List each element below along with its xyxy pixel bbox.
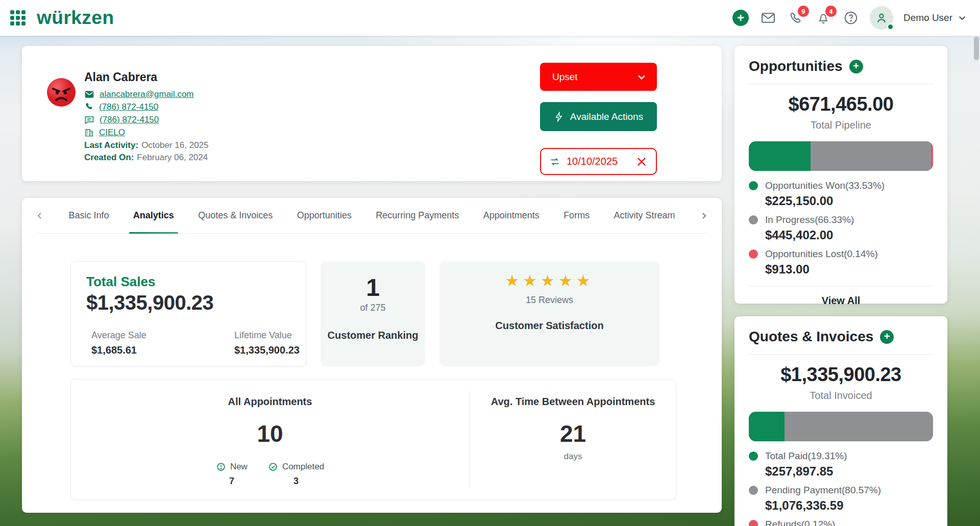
all-appointments-title: All Appointments xyxy=(71,396,469,408)
chevron-left-icon xyxy=(35,211,44,220)
available-actions-label: Available Actions xyxy=(570,111,643,122)
appointments-stats-card: All Appointments 10 New 7 Completed 3 xyxy=(70,379,676,500)
online-status-dot xyxy=(887,23,894,30)
sms-link[interactable]: (786) 872-4150 xyxy=(100,115,159,125)
legend-opportunities-lost: Opportunities Lost(0.14%) $913.00 xyxy=(749,248,933,277)
add-opportunity-button[interactable]: + xyxy=(849,60,863,73)
page-scrollbar-thumb[interactable] xyxy=(974,37,979,60)
user-name-label: Demo User xyxy=(903,12,952,23)
user-menu[interactable]: Demo User xyxy=(903,12,967,23)
status-dropdown-button[interactable]: Upset xyxy=(540,63,657,91)
lost-segment xyxy=(931,141,933,171)
phone-link[interactable]: (786) 872-4150 xyxy=(99,102,158,112)
opportunities-title: Opportunities xyxy=(749,58,843,74)
divider xyxy=(748,354,934,355)
ranking-label: Customer Ranking xyxy=(321,330,425,341)
top-navigation-bar: würkzen + 9 4 xyxy=(0,0,980,36)
available-actions-button[interactable]: Available Actions xyxy=(540,102,657,131)
created-on-row: Created On: February 06, 2024 xyxy=(84,152,209,164)
star-rating: ★★★★★ xyxy=(439,271,659,290)
tab-activity-stream[interactable]: Activity Stream xyxy=(614,198,675,233)
help-button[interactable] xyxy=(842,9,860,27)
ranking-number: 1 xyxy=(321,273,425,302)
total-sales-title: Total Sales xyxy=(86,274,155,290)
invoiced-total: $1,335,900.23 xyxy=(749,364,933,386)
legend-pending-payment: Pending Payment(80.57%) $1,076,336.59 xyxy=(749,485,933,513)
invoiced-progress-bar xyxy=(749,412,933,441)
legend-opportunities-won: Opportunities Won(33.53%) $225,150.00 xyxy=(749,180,933,208)
tab-basic-info[interactable]: Basic Info xyxy=(68,198,109,233)
invoiced-subtitle: Total Invoiced xyxy=(749,390,933,402)
company-icon xyxy=(84,128,94,137)
chevron-down-icon xyxy=(636,72,647,82)
completed-appointments: Completed 3 xyxy=(268,462,324,487)
status-label: Upset xyxy=(552,71,636,83)
customer-detail-card: Basic Info Analytics Quotes & Invoices O… xyxy=(22,198,722,513)
quotes-invoices-title: Quotes & Invoices xyxy=(749,329,873,345)
email-link[interactable]: alancabrera@gmail.com xyxy=(100,89,194,99)
completed-check-icon xyxy=(268,462,278,472)
quotes-invoices-panel: Quotes & Invoices + $1,335,900.23 Total … xyxy=(734,316,947,526)
tab-recurring-payments[interactable]: Recurring Payments xyxy=(376,198,459,233)
recurring-date-button[interactable]: 10/10/2025 xyxy=(540,148,657,175)
total-sales-amount: $1,335,900.23 xyxy=(86,291,213,314)
tab-appointments[interactable]: Appointments xyxy=(483,198,540,233)
tab-opportunities[interactable]: Opportunities xyxy=(297,198,352,233)
ranking-of: of 275 xyxy=(321,303,425,313)
tab-quotes-invoices[interactable]: Quotes & Invoices xyxy=(198,198,273,233)
pending-dot xyxy=(749,486,758,495)
tab-analytics[interactable]: Analytics xyxy=(133,198,174,233)
person-icon xyxy=(875,11,888,24)
new-count: 7 xyxy=(229,476,234,487)
notifications-badge: 4 xyxy=(825,6,837,17)
pending-amount: $1,076,336.59 xyxy=(765,498,933,513)
pipeline-total: $671,465.00 xyxy=(749,93,933,115)
wurkzen-logo[interactable]: würkzen xyxy=(37,7,114,29)
mail-button[interactable] xyxy=(760,9,777,27)
user-avatar[interactable] xyxy=(870,6,893,30)
in-progress-amount: $445,402.00 xyxy=(765,228,933,242)
customer-satisfaction-card: ★★★★★ 15 Reviews Customer Satisfaction xyxy=(439,261,659,366)
clear-date-icon[interactable] xyxy=(635,156,648,168)
calls-button[interactable]: 9 xyxy=(787,9,804,27)
plus-icon: + xyxy=(732,10,749,26)
legend-refunds: Refunds(0.12%) $1,665.79 xyxy=(749,519,933,526)
add-quote-button[interactable]: + xyxy=(880,330,894,344)
date-value: 10/10/2025 xyxy=(567,156,629,167)
sms-icon xyxy=(84,115,94,125)
chevron-right-icon xyxy=(699,211,708,220)
new-appointments: New 7 xyxy=(216,462,248,487)
last-activity-row: Last Activity: October 16, 2025 xyxy=(84,139,209,152)
lost-label: Opportunities Lost(0.14%) xyxy=(765,248,878,260)
company-link[interactable]: CIELO xyxy=(99,128,125,138)
legend-total-paid: Total Paid(19.31%) $257,897.85 xyxy=(749,450,933,479)
notifications-button[interactable]: 4 xyxy=(815,9,832,27)
avg-time-value: 21 xyxy=(469,420,677,447)
view-all-opportunities[interactable]: View All xyxy=(749,295,933,307)
detail-tabs: Basic Info Analytics Quotes & Invoices O… xyxy=(35,198,708,234)
add-new-button[interactable]: + xyxy=(732,9,749,27)
customer-profile-card: Alan Cabrera alancabrera@gmail.com (786)… xyxy=(22,46,722,181)
email-icon xyxy=(84,89,94,99)
customer-ranking-card: 1 of 275 Customer Ranking xyxy=(321,261,425,366)
pipeline-subtitle: Total Pipeline xyxy=(749,119,933,131)
tabs-scroll-right[interactable] xyxy=(699,211,708,220)
created-on-value: February 06, 2024 xyxy=(137,153,208,163)
pending-label: Pending Payment(80.57%) xyxy=(765,485,881,496)
avg-time-unit: days xyxy=(469,452,677,462)
app-grid-icon[interactable] xyxy=(10,10,26,26)
tab-forms[interactable]: Forms xyxy=(564,198,590,233)
legend-in-progress: In Progress(66.33%) $445,402.00 xyxy=(749,214,933,242)
tabs-scroll-left[interactable] xyxy=(35,211,44,220)
paid-dot xyxy=(749,452,758,461)
won-segment xyxy=(749,141,811,171)
lost-amount: $913.00 xyxy=(765,262,933,277)
new-alarm-icon xyxy=(216,462,226,472)
lifetime-value-label: Lifetime Value xyxy=(234,330,300,341)
lifetime-value: Lifetime Value $1,335,900.23 xyxy=(234,330,300,356)
average-sale: Average Sale $1,685.61 xyxy=(91,330,146,356)
created-on-label: Created On: xyxy=(84,153,134,163)
phone-icon xyxy=(84,102,94,112)
all-appointments-section: All Appointments 10 New 7 Completed 3 xyxy=(71,380,469,487)
paid-label: Total Paid(19.31%) xyxy=(765,450,847,462)
